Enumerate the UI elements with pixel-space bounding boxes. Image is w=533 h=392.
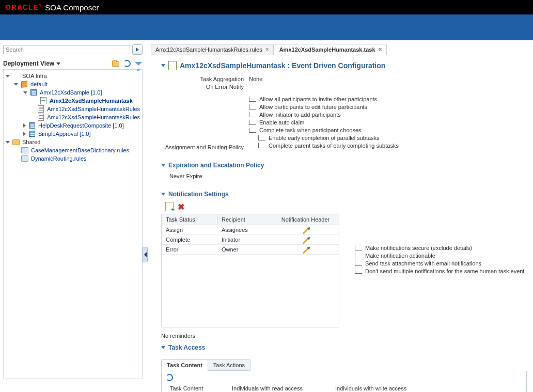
checkbox-invite-participants[interactable]: Allow all participants to invite other p… [249, 96, 527, 102]
expiration-section-title: Expiration and Escalation Policy [168, 162, 264, 169]
table-row[interactable]: Error Owner [162, 245, 339, 255]
close-icon[interactable]: × [379, 46, 382, 53]
tree-node-humantask[interactable]: Amx12cXsdSampleHumantask [5, 97, 141, 105]
add-notification-button[interactable] [165, 202, 174, 211]
task-aggregation-value: None [249, 76, 527, 82]
tree-node-rules[interactable]: Amx12cXsdSampleHumantaskRules [5, 113, 141, 121]
tree-node-dictionary[interactable]: DynamicRouting.rules [5, 154, 141, 163]
tree-node-rules[interactable]: Amx12cXsdSampleHumantaskRules [5, 105, 141, 113]
checkbox-early-completion[interactable]: Enable early completion of parallel subt… [249, 135, 527, 141]
checkbox-edit-future[interactable]: Allow participants to edit future partic… [249, 104, 527, 110]
tree-node-soa-infra[interactable]: SOA Infra [5, 72, 141, 80]
deployment-tree: SOA Infra default Amx12cXsdSample [1.0] … [3, 69, 143, 379]
app-header: ORACLE® SOA Composer [0, 0, 533, 14]
chevron-down-icon [56, 62, 60, 65]
refresh-icon[interactable] [123, 60, 131, 67]
tree-node-composite[interactable]: Amx12cXsdSample [1.0] [5, 88, 141, 97]
arrow-right-icon [136, 48, 139, 52]
expiration-value: Never Expire [161, 173, 527, 179]
tree-node-composite[interactable]: HelpDeskRequestComposite [1.0] [5, 121, 141, 130]
search-input[interactable] [3, 45, 130, 54]
filter-icon[interactable] [134, 60, 143, 67]
tree-node-default[interactable]: default [5, 80, 141, 88]
col-write-access: Individuals with write access [331, 383, 411, 392]
delete-notification-button[interactable]: ✖ [178, 202, 184, 212]
col-header-recipient: Recipient [217, 214, 273, 225]
checkbox-send-attachments[interactable]: Send task attachments with email notific… [355, 260, 524, 266]
checkbox-no-multiple-notif[interactable]: Don't send multiple notifications for th… [355, 268, 524, 274]
section-toggle-icon[interactable] [161, 164, 165, 167]
editor-tabs: Amx12cXsdSampleHumantaskRules.rules× Amx… [150, 42, 533, 55]
chevron-left-icon [144, 252, 147, 257]
splitter-collapse-button[interactable] [143, 247, 148, 262]
deployment-view-dropdown[interactable]: Deployment View [3, 60, 60, 67]
no-reminders-text: No reminders [161, 333, 527, 339]
search-button[interactable] [132, 44, 143, 55]
routing-policy-label: Assignment and Routing Policy [161, 144, 249, 150]
table-row[interactable]: Assign Assignees [162, 225, 339, 235]
notification-section-title: Notification Settings [168, 191, 229, 198]
notification-table: Task Status Recipient Notification Heade… [161, 214, 339, 327]
tree-node-dictionary[interactable]: CaseManagementBaseDictionary.rules [5, 146, 141, 154]
checkbox-complete-task[interactable]: Complete task when participant chooses [249, 127, 527, 133]
edit-icon[interactable] [302, 228, 308, 234]
tree-node-composite[interactable]: SimpleApproval [1.0] [5, 130, 141, 138]
checkbox-auto-claim[interactable]: Enable auto claim [249, 119, 527, 126]
app-title: SOA Composer [45, 3, 99, 12]
section-toggle-icon[interactable] [161, 193, 165, 196]
oracle-logo: ORACLE® [5, 3, 42, 11]
content-panel: Amx12cXsdSampleHumantaskRules.rules× Amx… [146, 40, 533, 392]
section-toggle-icon[interactable] [161, 346, 165, 349]
col-header-notif-header: Notification Header [273, 214, 338, 225]
col-task-content: Task Content [166, 383, 228, 392]
open-folder-icon[interactable] [112, 60, 120, 67]
checkbox-secure-notif[interactable]: Make notifications secure (exclude detai… [355, 245, 524, 251]
page-title: Amx12cXsdSampleHumantask : Event Driven … [180, 61, 385, 70]
tab-humantask[interactable]: Amx12cXsdSampleHumantask.task× [275, 44, 387, 55]
checkbox-actionable-notif[interactable]: Make notification actionable [355, 253, 524, 259]
left-panel: Deployment View SOA Infra default Amx12c… [0, 40, 146, 392]
close-icon[interactable]: × [265, 46, 269, 53]
section-toggle-icon[interactable] [161, 64, 165, 67]
checkbox-complete-parent[interactable]: Complete parent tasks of early completin… [249, 143, 527, 149]
task-aggregation-label: Task Aggregation [161, 76, 249, 82]
table-row[interactable]: Complete Initiator [162, 235, 339, 245]
ribbon-bar [0, 14, 533, 40]
col-read-access: Individuals with read access [228, 383, 331, 392]
tree-node-shared[interactable]: Shared [5, 138, 141, 146]
tab-rules[interactable]: Amx12cXsdSampleHumantaskRules.rules× [151, 44, 274, 55]
edit-icon[interactable] [302, 247, 308, 254]
task-icon [168, 61, 177, 70]
edit-icon[interactable] [302, 238, 308, 244]
subtab-task-content[interactable]: Task Content [161, 359, 208, 371]
subtab-task-actions[interactable]: Task Actions [208, 359, 250, 371]
col-header-status: Task Status [162, 214, 217, 225]
refresh-icon[interactable] [166, 374, 173, 381]
on-error-notify-label: On Error Notify [161, 84, 249, 90]
task-access-section-title: Task Access [168, 344, 205, 351]
checkbox-add-participants[interactable]: Allow initiator to add participants [249, 112, 527, 118]
